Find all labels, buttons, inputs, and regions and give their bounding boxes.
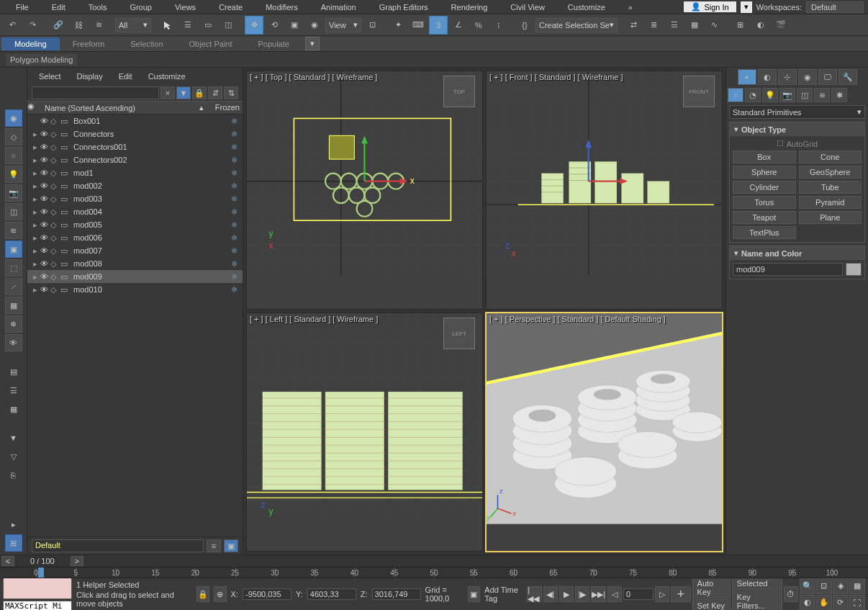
frozen-icon[interactable]: ❄: [231, 181, 243, 191]
zoom-extents-all-icon[interactable]: ▦: [849, 578, 865, 594]
visibility-icon[interactable]: 👁: [40, 130, 50, 138]
pivot-center-button[interactable]: ⊡: [363, 16, 381, 35]
render-setup-button[interactable]: 🎬: [772, 16, 790, 35]
timeline-ruler[interactable]: 0510152025303540455055606570758085909510…: [0, 567, 868, 578]
ribbon-tab-more[interactable]: ▾: [305, 37, 320, 50]
slider-left-button[interactable]: <: [1, 556, 14, 566]
tab-display-icon[interactable]: 🖵: [818, 69, 837, 85]
pyramid-button[interactable]: Pyramid: [799, 196, 862, 209]
expand-toggle-icon[interactable]: ▸: [30, 220, 40, 230]
scale-button[interactable]: ▣: [285, 16, 304, 35]
visibility-icon[interactable]: 👁: [40, 233, 50, 242]
scene-item-mod005[interactable]: ▸ 👁 ◇ ▭ mod005 ❄: [27, 218, 243, 231]
display-spacewarps-icon[interactable]: ≋: [5, 222, 22, 239]
menu-more[interactable]: »: [617, 1, 644, 13]
expand-toggle-icon[interactable]: ▸: [30, 143, 40, 152]
ribbon-tab-modeling[interactable]: Modeling: [1, 37, 60, 50]
set-key-big-icon[interactable]: +: [671, 586, 690, 602]
ribbon-tab-populate[interactable]: Populate: [245, 37, 302, 50]
sphere-button[interactable]: Sphere: [733, 166, 796, 179]
display-hidden-icon[interactable]: 👁: [5, 334, 22, 351]
scene-item-Connectors002[interactable]: ▸ 👁 ◇ ▭ Connectors002 ❄: [27, 153, 243, 166]
display-lights-icon[interactable]: 💡: [5, 166, 22, 183]
manipulate-button[interactable]: ✦: [389, 16, 407, 35]
visibility-icon[interactable]: 👁: [40, 259, 50, 268]
frame-input[interactable]: [623, 588, 654, 600]
menu-grapheditors[interactable]: Graph Editors: [368, 1, 440, 13]
expand-toggle-icon[interactable]: ▸: [30, 169, 40, 178]
cat-shapes-icon[interactable]: ◔: [745, 88, 761, 102]
scene-item-mod008[interactable]: ▸ 👁 ◇ ▭ mod008 ❄: [27, 257, 243, 270]
display-xrefs-icon[interactable]: ⬚: [5, 259, 22, 277]
scene-item-mod004[interactable]: ▸ 👁 ◇ ▭ mod004 ❄: [27, 205, 243, 218]
menu-civilview[interactable]: Civil View: [499, 1, 556, 13]
expand-toggle-icon[interactable]: ▸: [30, 246, 40, 256]
move-button[interactable]: ✥: [245, 16, 263, 35]
link-button[interactable]: 🔗: [49, 16, 68, 35]
frozen-icon[interactable]: ❄: [231, 207, 243, 217]
time-slider-position[interactable]: 0 / 100: [16, 557, 69, 565]
display-all-icon[interactable]: ◉: [5, 109, 22, 127]
next-key-icon[interactable]: ▷: [655, 586, 669, 602]
selection-set-dropdown[interactable]: Create Selection Se▾: [535, 18, 618, 32]
viewport-perspective-label[interactable]: [ + ] [ Perspective ] [ Standard ] [ Def…: [489, 315, 666, 323]
tube-button[interactable]: Tube: [799, 181, 862, 194]
scene-menu-edit[interactable]: Edit: [112, 71, 140, 82]
visibility-icon[interactable]: 👁: [40, 272, 50, 281]
viewport-front[interactable]: [ + ] [ Front ] [ Standard ] [ Wireframe…: [486, 71, 723, 310]
visibility-icon[interactable]: 👁: [40, 285, 50, 294]
visibility-icon[interactable]: 👁: [40, 194, 50, 203]
expand-toggle-icon[interactable]: ▸: [30, 285, 40, 295]
percent-snap-button[interactable]: %: [469, 16, 488, 35]
visibility-column-icon[interactable]: ◉: [27, 102, 42, 114]
frozen-icon[interactable]: ❄: [231, 194, 243, 204]
layer-options-icon[interactable]: ≡: [207, 539, 221, 552]
scene-item-mod1[interactable]: ▸ 👁 ◇ ▭ mod1 ❄: [27, 166, 243, 179]
layer-explorer-button[interactable]: ☰: [665, 16, 684, 35]
col-name-icon[interactable]: ▤: [5, 363, 22, 380]
orbit-icon[interactable]: ⟳: [833, 595, 849, 611]
add-time-tag[interactable]: Add Time Tag: [484, 586, 523, 603]
zoom-icon[interactable]: 🔍: [800, 578, 815, 594]
zoom-extents-icon[interactable]: ◈: [833, 578, 849, 594]
menu-edit[interactable]: Edit: [40, 1, 77, 13]
scene-item-mod009[interactable]: ▸ 👁 ◇ ▭ mod009 ❄: [27, 270, 243, 283]
z-input[interactable]: [372, 588, 421, 600]
torus-button[interactable]: Torus: [733, 196, 796, 209]
cone-button[interactable]: Cone: [799, 151, 862, 163]
ref-coord-dropdown[interactable]: View▾: [325, 18, 361, 32]
schematic-view-button[interactable]: ⊞: [731, 16, 750, 35]
frozen-icon[interactable]: ❄: [231, 285, 243, 295]
expand-toggle-icon[interactable]: ▸: [30, 156, 40, 165]
layer-dropdown[interactable]: Default: [32, 539, 204, 552]
visibility-icon[interactable]: 👁: [40, 220, 50, 229]
cat-spacewarps-icon[interactable]: ≋: [814, 88, 830, 102]
undo-button[interactable]: ↶: [3, 16, 22, 35]
name-color-header[interactable]: ▾Name and Color: [730, 246, 864, 260]
align-button[interactable]: ≣: [645, 16, 664, 35]
keyboard-shortcut-button[interactable]: ⌨: [409, 16, 428, 35]
mirror-button[interactable]: ⇄: [625, 16, 643, 35]
set-key-button[interactable]: Set Key: [692, 599, 731, 611]
plane-button[interactable]: Plane: [799, 211, 862, 224]
col-revit-icon[interactable]: ☰: [5, 382, 22, 399]
scene-search-input[interactable]: [32, 86, 159, 99]
expand-toggle-icon[interactable]: ▸: [30, 194, 40, 204]
cat-cameras-icon[interactable]: 📷: [779, 88, 795, 102]
scene-item-mod003[interactable]: ▸ 👁 ◇ ▭ mod003 ❄: [27, 192, 243, 205]
expand-toggle-icon[interactable]: ▸: [30, 233, 40, 243]
frozen-column-header[interactable]: Frozen: [207, 102, 243, 114]
frozen-icon[interactable]: ❄: [231, 220, 243, 230]
maxscript-listener[interactable]: MAXScript Mi: [3, 601, 72, 610]
visibility-icon[interactable]: 👁: [40, 207, 50, 216]
display-cameras-icon[interactable]: 📷: [5, 184, 22, 202]
scene-item-Connectors001[interactable]: ▸ 👁 ◇ ▭ Connectors001 ❄: [27, 140, 243, 153]
menu-modifiers[interactable]: Modifiers: [254, 1, 309, 13]
frozen-icon[interactable]: ❄: [231, 156, 243, 165]
sort-toggle-icon[interactable]: ⇅: [224, 86, 238, 99]
pan-icon[interactable]: ✋: [816, 595, 832, 611]
time-config-icon[interactable]: ⏱: [784, 586, 798, 602]
snap-toggle-button[interactable]: 3: [429, 16, 448, 35]
placement-button[interactable]: ◉: [305, 16, 324, 35]
teapot-button[interactable]: Teapot: [733, 211, 796, 224]
